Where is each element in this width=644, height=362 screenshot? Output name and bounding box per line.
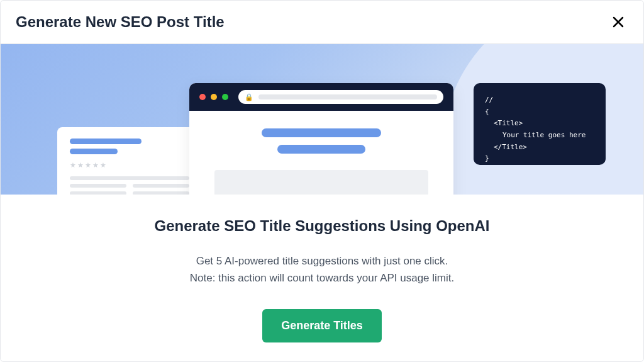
mockup-title-line xyxy=(70,139,142,144)
close-icon xyxy=(611,14,626,30)
browser-title-bar: 🔒 xyxy=(189,83,453,111)
generate-titles-button[interactable]: Generate Titles xyxy=(262,309,382,342)
body-description: Get 5 AI-powered title suggestions with … xyxy=(190,252,454,286)
body-text-line: Get 5 AI-powered title suggestions with … xyxy=(196,255,448,267)
browser-url-bar: 🔒 xyxy=(238,90,443,104)
star-icon: ★ xyxy=(77,161,84,169)
body-text-line: Note: this action will count towards you… xyxy=(190,272,454,284)
code-snippet-card: // { <Title> Your title goes here </Titl… xyxy=(474,83,606,165)
mockup-text-line xyxy=(70,176,189,180)
star-icon: ★ xyxy=(85,161,91,169)
traffic-light-green-icon xyxy=(222,94,228,100)
code-line: // xyxy=(485,94,594,106)
modal-title: Generate New SEO Post Title xyxy=(16,13,225,31)
body-heading: Generate SEO Title Suggestions Using Ope… xyxy=(155,217,490,235)
code-line: </Title> xyxy=(485,142,594,154)
modal-header: Generate New SEO Post Title xyxy=(1,1,643,44)
seo-title-modal: Generate New SEO Post Title ★ ★ ★ ★ ★ xyxy=(0,0,644,362)
mockup-heading-line xyxy=(262,128,381,137)
mockup-content-block xyxy=(214,170,428,195)
modal-body: Generate SEO Title Suggestions Using Ope… xyxy=(1,195,643,361)
code-line: Your title goes here xyxy=(485,130,594,142)
code-line: } xyxy=(485,153,594,165)
traffic-light-yellow-icon xyxy=(211,94,217,100)
url-placeholder xyxy=(258,94,437,99)
mockup-subtitle-line xyxy=(70,149,118,154)
close-button[interactable] xyxy=(608,12,628,32)
traffic-lights xyxy=(199,94,228,100)
star-icon: ★ xyxy=(92,161,99,169)
search-result-mockup: ★ ★ ★ ★ ★ xyxy=(57,127,202,195)
browser-mockup: 🔒 xyxy=(189,83,453,195)
lock-icon: 🔒 xyxy=(245,93,253,101)
code-line: <Title> xyxy=(485,118,594,130)
hero-illustration: ★ ★ ★ ★ ★ xyxy=(1,44,643,195)
mockup-heading-line xyxy=(277,145,365,154)
mockup-star-rating: ★ ★ ★ ★ ★ xyxy=(70,161,189,169)
traffic-light-red-icon xyxy=(199,94,206,100)
mockup-text-line xyxy=(70,191,126,195)
star-icon: ★ xyxy=(70,161,76,169)
mockup-text-line xyxy=(70,184,126,188)
mockup-text-line xyxy=(133,191,189,195)
star-icon: ★ xyxy=(100,161,106,169)
code-line: { xyxy=(485,106,594,118)
mockup-text-line xyxy=(133,184,189,188)
browser-content xyxy=(189,111,453,195)
